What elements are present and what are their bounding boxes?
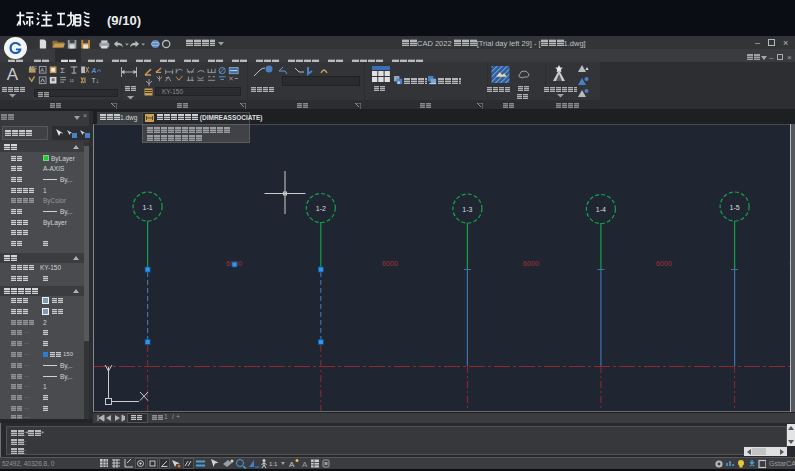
svg-text:6000: 6000 (382, 259, 398, 268)
svg-text:1:1: 1:1 (269, 461, 278, 467)
svg-text:A: A (91, 67, 97, 74)
svg-text:¹²: ¹² (70, 78, 74, 84)
svg-text:6000: 6000 (523, 259, 539, 268)
svg-text:ABC: ABC (29, 66, 37, 70)
svg-text:A: A (289, 460, 295, 469)
svg-text:Σ: Σ (60, 66, 65, 75)
svg-text:6000: 6000 (656, 259, 672, 268)
svg-text:T↓: T↓ (92, 77, 99, 84)
svg-text:1-3: 1-3 (462, 206, 472, 213)
svg-text:A: A (40, 67, 44, 73)
svg-text:1-4: 1-4 (596, 206, 606, 213)
svg-text:1-2: 1-2 (316, 205, 326, 212)
svg-text:A: A (302, 460, 308, 469)
svg-text:1-5: 1-5 (730, 204, 740, 211)
svg-text:1-1: 1-1 (143, 204, 153, 211)
